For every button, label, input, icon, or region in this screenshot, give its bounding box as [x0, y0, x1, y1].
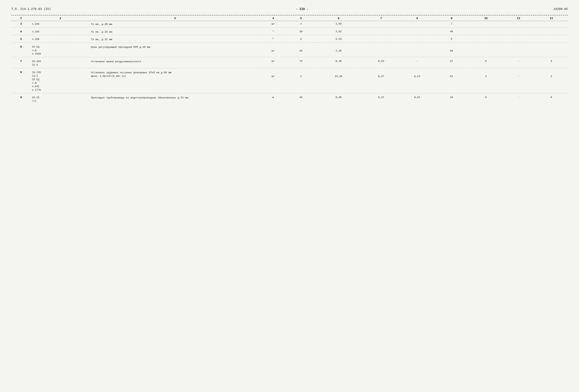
- table-row: 8 I6-I35I2-IСб.СЦч.Шп.64Iп.I776 Установк…: [11, 70, 568, 93]
- row-spacer: [11, 93, 568, 95]
- col-header-8: 8: [401, 16, 434, 21]
- row-quantity: 4: [286, 21, 316, 27]
- top-divider: [11, 15, 568, 15]
- row-col11: [502, 21, 535, 27]
- row-spacer: [11, 68, 568, 70]
- header-left: Т.П. 214-1-270.83 (IV): [11, 7, 51, 11]
- row-col9: 5: [434, 37, 469, 43]
- col-header-4: 4: [260, 16, 286, 21]
- page-header: Т.П. 214-1-270.83 (IV) - IIO - 19200-05: [11, 7, 568, 12]
- row-col8: [401, 29, 434, 35]
- table-row: 7 I8-229I5-5 Установка крана воздуховыпу…: [11, 59, 568, 68]
- table-row: 9 I6-257=I Прокладка трубопровода из вод…: [11, 95, 568, 104]
- col-header-11: II: [502, 16, 535, 21]
- row-unit: шт: [260, 59, 286, 68]
- header-right: 19200-05: [553, 7, 568, 11]
- row-quantity: 40: [286, 95, 316, 104]
- row-code: I6-I35I2-IСб.СЦч.Шп.64Iп.I776: [31, 70, 90, 93]
- row-col9: 37: [434, 59, 469, 68]
- row-number: 5: [11, 37, 31, 43]
- row-quantity: 20: [286, 29, 316, 35]
- row-number: 9: [11, 95, 31, 104]
- row-code: I6-257=I: [31, 95, 90, 104]
- column-header-row: I 2 3 4 5 6 7 8 9 IO II I2: [11, 16, 568, 21]
- row-col10: 2: [469, 70, 502, 93]
- row-description: То же, д-20 мм: [90, 21, 260, 27]
- row-col7: [362, 37, 401, 43]
- row-quantity: 75: [286, 59, 316, 68]
- row-unit: м: [260, 95, 286, 104]
- row-spacer: [11, 57, 568, 59]
- row-col12: 8: [535, 95, 568, 104]
- row-code: Сб.СЦч.Шп.IO38: [31, 44, 90, 57]
- row-col10: [469, 44, 502, 57]
- row-col11: [502, 44, 535, 57]
- table-row: 5 п.IO6 То же, д-32 мм " 2 2,53 5: [11, 37, 568, 43]
- row-quantity: 2: [286, 37, 316, 43]
- row-number: 8: [11, 70, 31, 93]
- row-unit: шт: [260, 70, 286, 93]
- row-code: п.IO6: [31, 37, 90, 43]
- row-code: п.IO5: [31, 29, 90, 35]
- col-header-9: 9: [434, 16, 469, 21]
- col-header-3: 3: [90, 16, 260, 21]
- row-description: Прокладка трубопровода из водогазопровод…: [90, 95, 260, 104]
- row-col12: 6: [535, 59, 568, 68]
- row-col7: [362, 44, 401, 57]
- table-row: 6 Сб.СЦч.Шп.IO38 Кран регулирующий прохо…: [11, 44, 568, 57]
- col-header-12: I2: [535, 16, 568, 21]
- row-description: Установка крана воздуховыпускного: [90, 59, 260, 68]
- row-col11: -: [502, 70, 535, 93]
- row-col10: [469, 37, 502, 43]
- row-col7: 0,97: [362, 70, 401, 93]
- row-col9: 40: [434, 29, 469, 35]
- row-col6: 2,02: [316, 29, 362, 35]
- row-col9: 5I: [434, 70, 469, 93]
- row-col9: 34: [434, 95, 469, 104]
- col-header-5: 5: [286, 16, 316, 21]
- row-unit: шт: [260, 44, 286, 57]
- row-col7: 0,03: [362, 59, 401, 68]
- row-col12: [535, 37, 568, 43]
- row-number: 3: [11, 21, 31, 27]
- col-header-10: IO: [469, 16, 502, 21]
- row-col7: 0,2I: [362, 95, 401, 104]
- row-col12: [535, 21, 568, 27]
- row-col11: [502, 37, 535, 43]
- row-spacer: [11, 27, 568, 29]
- row-col8: [401, 21, 434, 27]
- row-description: То же, д-32 мм: [90, 37, 260, 43]
- row-col8: 0,I3: [401, 70, 434, 93]
- row-col6: I,26: [316, 44, 362, 57]
- row-col10: 6: [469, 59, 502, 68]
- row-col7: [362, 29, 401, 35]
- row-unit: ": [260, 29, 286, 35]
- row-col10: [469, 21, 502, 27]
- header-center: - IIO -: [296, 7, 308, 11]
- row-code: п.IO4: [31, 21, 90, 27]
- row-col11: -: [502, 95, 535, 104]
- row-col12: [535, 44, 568, 57]
- row-number: 6: [11, 44, 31, 57]
- col-header-7: 7: [362, 16, 401, 21]
- row-description: То же, д-25 мм: [90, 29, 260, 35]
- row-col10: 8: [469, 95, 502, 104]
- row-col9: 7: [434, 21, 469, 27]
- row-code: I8-229I5-5: [31, 59, 90, 68]
- row-col6: I,69: [316, 21, 362, 27]
- row-spacer: [11, 43, 568, 44]
- row-col12: 2: [535, 70, 568, 93]
- row-col11: [502, 29, 535, 35]
- table-row: 3 п.IO4 То же, д-20 мм шт 4 I,69 7: [11, 21, 568, 27]
- col-header-1: I: [11, 16, 31, 21]
- row-description: Установка задвижек чугунных фланцевых 3I…: [90, 70, 260, 93]
- row-col8: [401, 37, 434, 43]
- row-number: 7: [11, 59, 31, 68]
- row-col8: -: [401, 59, 434, 68]
- row-number: 4: [11, 29, 31, 35]
- table-row: 4 п.IO5 То же, д-25 мм " 20 2,02 40: [11, 29, 568, 35]
- row-col8: 0,0I: [401, 95, 434, 104]
- row-col6: 0,49: [316, 59, 362, 68]
- row-col6: 2,53: [316, 37, 362, 43]
- row-col12: [535, 29, 568, 35]
